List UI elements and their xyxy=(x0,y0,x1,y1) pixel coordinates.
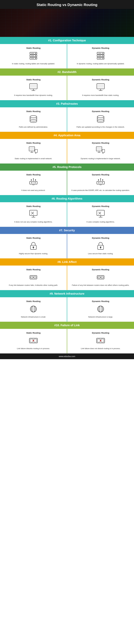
comparison-row-6: Static RoutingIt does not use any comple… xyxy=(0,202,134,227)
footer: www.educba.com xyxy=(0,354,134,359)
dynamic-col-10: Dynamic RoutingLink failure does not dis… xyxy=(67,329,134,354)
static-text-10: Link failure disturbs routing is in proc… xyxy=(17,347,50,350)
static-col-2: Static RoutingIt requires less bandwidth… xyxy=(0,76,67,100)
dynamic-title-2: Dynamic Routing xyxy=(92,78,109,81)
section-1: #1. Configuration TechniqueStatic Routin… xyxy=(0,37,134,68)
static-text-4: Static routing is implemented in small n… xyxy=(15,157,52,160)
dynamic-text-3: Paths are updated according to the chang… xyxy=(77,126,125,128)
static-icon-10 xyxy=(29,336,38,346)
static-text-7: Highly secure than dynamic routing. xyxy=(19,252,48,255)
dynamic-col-3: Dynamic RoutingPaths are updated accordi… xyxy=(67,107,134,132)
static-col-5: Static RoutingIt does not used any proto… xyxy=(0,171,67,195)
section-7: #7. SecurityStatic RoutingHighly secure … xyxy=(0,227,134,258)
dynamic-title-6: Dynamic Routing xyxy=(92,205,109,208)
section-header-3: #3. Paths/routes xyxy=(0,100,134,107)
comparison-row-10: Static RoutingLink failure disturbs rout… xyxy=(0,329,134,354)
dynamic-col-7: Dynamic RoutingLess secure than static r… xyxy=(67,234,134,258)
static-icon-8 xyxy=(29,272,38,282)
dynamic-col-1: Dynamic RoutingIn dynamic routing, routi… xyxy=(67,44,134,68)
dynamic-text-9: Network infrastructure is large. xyxy=(88,316,113,318)
static-col-7: Static RoutingHighly secure than dynamic… xyxy=(0,234,67,258)
static-text-2: It requires less bandwidth than dynamic … xyxy=(14,94,53,97)
dynamic-col-5: Dynamic RoutingIt uses protocols like EI… xyxy=(67,171,134,195)
page-title: Static Routing vs Dynamic Routing xyxy=(0,0,134,9)
static-icon-4 xyxy=(29,146,38,156)
static-icon-9 xyxy=(29,304,38,314)
section-4: #4. Application AreaStatic RoutingStatic… xyxy=(0,132,134,164)
dynamic-title-5: Dynamic Routing xyxy=(92,174,109,176)
section-header-7: #7. Security xyxy=(0,227,134,234)
static-title-6: Static Routing xyxy=(26,205,41,208)
static-title-1: Static Routing xyxy=(26,47,41,49)
comparison-row-1: Static RoutingIn static routing, routing… xyxy=(0,44,134,68)
static-col-1: Static RoutingIn static routing, routing… xyxy=(0,44,67,68)
static-col-3: Static RoutingPaths are defined by admin… xyxy=(0,107,67,132)
section-header-4: #4. Application Area xyxy=(0,132,134,139)
dynamic-text-7: Less secure than static routing. xyxy=(88,252,113,255)
static-icon-2 xyxy=(29,82,38,92)
static-text-3: Paths are defined by administrative. xyxy=(19,126,48,128)
dynamic-col-4: Dynamic RoutingDynamic routing is implem… xyxy=(67,139,134,164)
comparison-row-4: Static RoutingStatic routing is implemen… xyxy=(0,139,134,164)
hero-overlay xyxy=(0,9,134,37)
dynamic-title-3: Dynamic Routing xyxy=(92,110,109,112)
static-title-8: Static Routing xyxy=(26,268,41,271)
section-header-1: #1. Configuration Technique xyxy=(0,37,134,44)
section-3: #3. Paths/routesStatic RoutingPaths are … xyxy=(0,100,134,132)
dynamic-icon-2 xyxy=(96,82,105,92)
static-text-1: In static routing, routing tables are ma… xyxy=(12,62,55,65)
dynamic-icon-5 xyxy=(96,178,105,187)
dynamic-col-8: Dynamic RoutingFailure of any link betwe… xyxy=(67,266,134,290)
dynamic-title-9: Dynamic Routing xyxy=(92,300,109,302)
section-10: #10. Failure of LinkStatic RoutingLink f… xyxy=(0,322,134,354)
comparison-row-5: Static RoutingIt does not used any proto… xyxy=(0,171,134,195)
dynamic-title-8: Dynamic Routing xyxy=(92,268,109,271)
static-col-8: Static RoutingIf any link between router… xyxy=(0,266,67,290)
section-header-8: #8. Link Affect xyxy=(0,258,134,266)
static-title-3: Static Routing xyxy=(26,110,41,112)
static-title-5: Static Routing xyxy=(26,174,41,176)
dynamic-icon-6 xyxy=(96,209,105,219)
dynamic-icon-1 xyxy=(96,51,105,61)
comparison-row-2: Static RoutingIt requires less bandwidth… xyxy=(0,76,134,100)
static-title-4: Static Routing xyxy=(26,142,41,144)
section-9: #9. Network InfrastructureStatic Routing… xyxy=(0,290,134,322)
static-icon-3 xyxy=(29,114,38,124)
static-col-6: Static RoutingIt does not use any comple… xyxy=(0,202,67,227)
dynamic-text-4: Dynamic routing is implemented in large … xyxy=(81,157,120,160)
dynamic-text-1: In dynamic routing, routing tables are d… xyxy=(77,62,124,65)
static-text-5: It does not used any protocol. xyxy=(22,189,45,192)
section-header-10: #10. Failure of Link xyxy=(0,322,134,329)
section-header-6: #6. Routing Algorithms xyxy=(0,195,134,202)
section-header-2: #2. Bandwidth xyxy=(0,68,134,76)
section-8: #8. Link AffectStatic RoutingIf any link… xyxy=(0,258,134,290)
dynamic-title-4: Dynamic Routing xyxy=(92,142,109,144)
section-2: #2. BandwidthStatic RoutingIt requires l… xyxy=(0,68,134,100)
static-icon-7 xyxy=(29,241,38,250)
comparison-row-9: Static RoutingNetwork infrastructure is … xyxy=(0,297,134,322)
static-title-9: Static Routing xyxy=(26,300,41,302)
dynamic-icon-3 xyxy=(96,114,105,124)
static-title-2: Static Routing xyxy=(26,78,41,81)
dynamic-icon-9 xyxy=(96,304,105,314)
dynamic-text-6: It uses complex routing algorithms. xyxy=(87,220,115,223)
static-text-8: If any link between routers fails, it di… xyxy=(9,284,58,287)
section-header-9: #9. Network Infrastructure xyxy=(0,290,134,297)
dynamic-title-10: Dynamic Routing xyxy=(92,332,109,334)
dynamic-icon-10 xyxy=(96,336,105,346)
dynamic-icon-4 xyxy=(96,146,105,156)
comparison-row-3: Static RoutingPaths are defined by admin… xyxy=(0,107,134,132)
section-6: #6. Routing AlgorithmsStatic RoutingIt d… xyxy=(0,195,134,227)
static-col-4: Static RoutingStatic routing is implemen… xyxy=(0,139,67,164)
dynamic-text-10: Link failure does not disturb routing is… xyxy=(81,347,120,350)
dynamic-title-1: Dynamic Routing xyxy=(92,47,109,49)
static-icon-6 xyxy=(29,209,38,219)
comparison-row-8: Static RoutingIf any link between router… xyxy=(0,266,134,290)
static-text-6: It does not use any complex routing algo… xyxy=(14,220,52,223)
dynamic-icon-8 xyxy=(96,272,105,282)
static-icon-5 xyxy=(29,178,38,187)
section-header-5: #5. Routing Protocols xyxy=(0,164,134,171)
static-title-7: Static Routing xyxy=(26,237,41,239)
static-col-9: Static RoutingNetwork infrastructure is … xyxy=(0,297,67,322)
hero-image xyxy=(0,9,134,37)
